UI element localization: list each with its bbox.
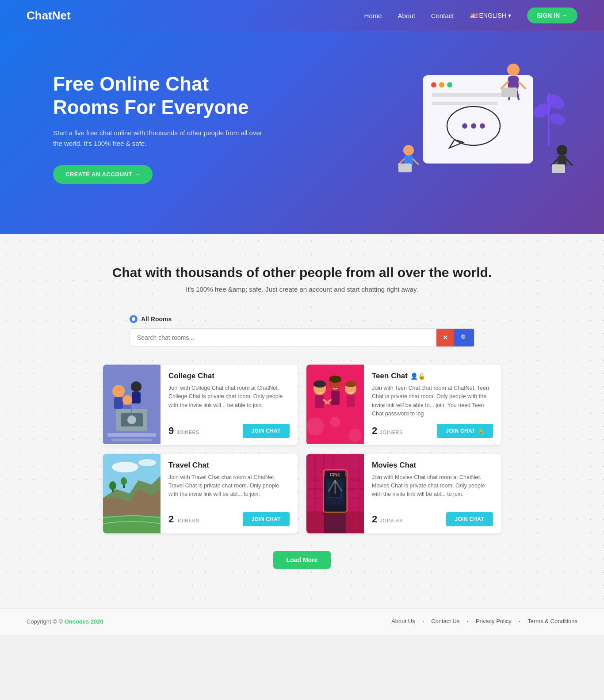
- joiners-travel: 2 JOINERS: [168, 514, 199, 525]
- room-desc-teen: Join with Teen Chat chat room at ChatNet…: [372, 384, 493, 418]
- footer-copyright: Copyright © © Oncodes 2020: [27, 618, 103, 625]
- svg-point-52: [313, 380, 326, 388]
- room-footer-travel: 2 JOINERS JOIN CHAT: [168, 512, 290, 526]
- nav-contact[interactable]: Contact: [431, 12, 454, 19]
- svg-point-1: [431, 82, 436, 88]
- illustration-svg: [392, 57, 577, 199]
- svg-point-66: [121, 477, 127, 485]
- room-desc-movies: Join with Movies Chat chat room at ChatN…: [372, 473, 493, 499]
- join-chat-button-college[interactable]: JOIN CHAT: [243, 424, 290, 438]
- svg-point-57: [306, 418, 324, 435]
- all-rooms-text: All Rooms: [141, 316, 172, 323]
- svg-line-30: [566, 159, 572, 165]
- hero-subtext: Start a live free chat online with thous…: [53, 128, 265, 149]
- section-title: Chat with thousands of other people from…: [27, 265, 577, 280]
- header: ChatNet Home About Contact 🇺🇸 ENGLISH ▾ …: [0, 0, 604, 31]
- search-input[interactable]: [130, 329, 436, 346]
- load-more-button[interactable]: Load More: [273, 551, 331, 569]
- svg-point-58: [348, 429, 362, 442]
- svg-point-37: [122, 395, 132, 405]
- logo-bold: Chat: [27, 9, 52, 22]
- svg-point-10: [480, 123, 485, 129]
- svg-point-41: [127, 415, 136, 424]
- footer-link-privacy[interactable]: Privacy Policy: [476, 618, 512, 626]
- flag-icon: 🇺🇸: [470, 12, 478, 19]
- svg-text:CINE: CINE: [330, 472, 340, 477]
- svg-point-2: [439, 82, 444, 88]
- search-go-button[interactable]: 🔍: [454, 329, 474, 346]
- room-footer-movies: 2 JOINERS JOIN CHAT: [372, 512, 493, 526]
- room-image-travel: [103, 454, 161, 533]
- room-card-body-travel: Travel Chat Join with Travel Chat chat r…: [161, 454, 298, 533]
- footer-links: About Us · Contact Us · Privacy Policy ·…: [391, 618, 577, 626]
- room-image-college: [103, 365, 161, 444]
- room-title-movies: Movies Chat: [372, 461, 493, 470]
- svg-line-25: [413, 159, 418, 164]
- svg-rect-16: [508, 76, 519, 89]
- svg-rect-47: [315, 395, 324, 408]
- join-chat-button-movies[interactable]: JOIN CHAT: [446, 512, 493, 526]
- svg-line-29: [552, 159, 558, 165]
- main-content: Chat with thousands of other people from…: [0, 234, 604, 609]
- joiners-count-teen: 2: [372, 425, 377, 436]
- hero-text-block: Free Online Chat Rooms For Everyone Star…: [53, 72, 265, 184]
- room-desc-college: Join with College Chat chat room at Chat…: [168, 384, 290, 410]
- room-image-teen: [306, 365, 364, 444]
- search-area: All Rooms ✕ 🔍: [130, 315, 474, 347]
- lock-icon: 🔒: [478, 428, 484, 434]
- svg-rect-31: [552, 164, 565, 173]
- footer-copyright-link[interactable]: Oncodes 2020: [65, 618, 103, 625]
- joiners-count-travel: 2: [168, 514, 174, 525]
- movies-img-svg: CINE: [306, 454, 364, 533]
- hero-illustration: [392, 57, 577, 199]
- nav-about[interactable]: About: [398, 12, 415, 19]
- footer: Copyright © © Oncodes 2020 About Us · Co…: [0, 609, 604, 635]
- svg-rect-67: [103, 516, 161, 533]
- svg-point-35: [131, 381, 141, 392]
- hero-section: Free Online Chat Rooms For Everyone Star…: [0, 31, 604, 234]
- chevron-down-icon: ▾: [508, 12, 511, 19]
- room-card-movies: CINE Movies C: [306, 454, 501, 533]
- room-card-travel: Travel Chat Join with Travel Chat chat r…: [103, 454, 298, 533]
- footer-link-contact[interactable]: Contact Us: [431, 618, 459, 626]
- search-clear-button[interactable]: ✕: [436, 329, 454, 346]
- footer-link-about[interactable]: About Us: [391, 618, 415, 626]
- hero-heading: Free Online Chat Rooms For Everyone: [53, 72, 265, 119]
- joiners-movies: 2 JOINERS: [372, 514, 403, 525]
- room-card-college: College Chat Join with College Chat chat…: [103, 365, 298, 445]
- room-card-body-movies: Movies Chat Join with Movies Chat chat r…: [364, 454, 501, 533]
- section-subtitle: It's 100% free &amp; safe. Just create a…: [27, 285, 577, 293]
- load-more-area: Load More: [27, 533, 577, 578]
- nav-home[interactable]: Home: [364, 12, 382, 19]
- svg-point-3: [447, 82, 452, 88]
- room-card-teen: Teen Chat 👤🔒 Join with Teen Chat chat ro…: [306, 365, 501, 445]
- svg-point-8: [462, 123, 467, 129]
- join-chat-button-travel[interactable]: JOIN CHAT: [243, 512, 290, 526]
- svg-point-22: [403, 145, 414, 156]
- svg-rect-26: [398, 164, 412, 172]
- svg-point-54: [345, 381, 356, 387]
- joiners-teen: 2 JOINERS: [372, 425, 403, 437]
- svg-rect-5: [432, 102, 498, 105]
- footer-link-terms[interactable]: Terms & Conditions: [528, 618, 577, 626]
- sign-in-button[interactable]: SIGN IN →: [527, 8, 577, 23]
- room-desc-travel: Join with Travel Chat chat room at ChatN…: [168, 473, 290, 499]
- join-chat-button-teen[interactable]: JOIN CHAT 🔒: [437, 424, 493, 438]
- svg-rect-32: [103, 365, 161, 444]
- logo-regular: Net: [52, 9, 71, 22]
- language-selector[interactable]: 🇺🇸 ENGLISH ▾: [470, 12, 511, 19]
- room-title-travel: Travel Chat: [168, 461, 290, 470]
- svg-rect-21: [501, 88, 517, 97]
- logo: ChatNet: [27, 9, 71, 23]
- svg-rect-44: [112, 439, 152, 441]
- svg-rect-43: [107, 433, 156, 437]
- college-img-svg: [103, 365, 161, 444]
- svg-point-69: [138, 459, 156, 466]
- lock-icon-teen: 👤🔒: [410, 373, 425, 380]
- room-title-college: College Chat: [168, 372, 290, 380]
- svg-point-33: [112, 385, 125, 397]
- svg-point-64: [109, 481, 116, 490]
- create-account-button[interactable]: CREATE AN ACCOUNT →: [53, 165, 153, 184]
- room-footer-college: 9 JOINERS JOIN CHAT: [168, 424, 290, 438]
- room-image-movies: CINE: [306, 454, 364, 533]
